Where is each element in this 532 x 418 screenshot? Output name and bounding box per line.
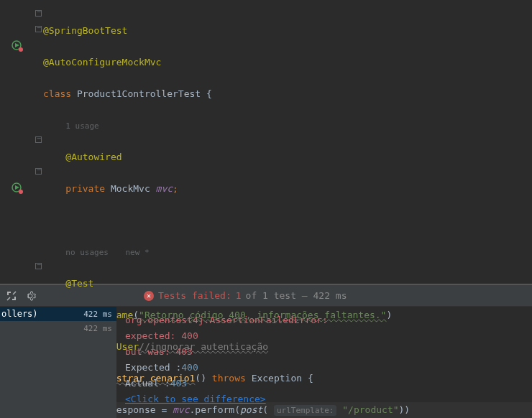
fail-icon: ✕ <box>144 291 154 301</box>
test-results-panel: ollers) 422 ms 422 ms org.opentest4j.Ass… <box>0 307 532 418</box>
tree-time: 422 ms <box>83 310 112 319</box>
annotation: @AutoConfigureMockMvc <box>43 57 161 68</box>
actual-label: Actual : <box>125 378 170 389</box>
inlay-hint: no usages <box>65 248 109 257</box>
inlay-hint: 1 usage <box>65 121 98 131</box>
error-expected-label: expected: <box>125 330 181 341</box>
tree-row[interactable]: 422 ms <box>0 321 116 335</box>
editor-gutter <box>0 0 43 284</box>
expected-label: Expected : <box>125 362 181 373</box>
class-name: Product1ControllerTest <box>77 88 201 99</box>
fold-marker[interactable] <box>35 168 42 175</box>
console-output[interactable]: org.opentest4j.AssertionFailedError: exp… <box>116 307 532 418</box>
fold-marker[interactable] <box>35 136 42 143</box>
run-test-method-icon[interactable] <box>12 182 22 192</box>
expand-icon[interactable] <box>6 290 17 302</box>
error-class: org.opentest4j.AssertionFailedError: <box>125 315 328 325</box>
run-test-class-icon[interactable] <box>12 40 22 50</box>
fold-marker[interactable] <box>35 10 42 17</box>
gear-icon[interactable] <box>24 290 36 302</box>
actual-value: 403 <box>170 378 187 389</box>
svg-marker-1 <box>15 43 19 47</box>
keyword: private <box>65 183 105 194</box>
annotation: @Autowired <box>65 152 121 162</box>
field: mvc <box>156 183 173 194</box>
tree-time: 422 ms <box>83 324 112 333</box>
error-expected-val: 400 <box>181 330 198 341</box>
type: MockMvc <box>111 183 150 194</box>
error-actual-val: 403 <box>175 346 192 357</box>
code-editor[interactable]: @SpringBootTest @AutoConfigureMockMvc cl… <box>0 0 532 284</box>
error-actual-label: but was: <box>125 346 175 357</box>
tree-row-selected[interactable]: ollers) 422 ms <box>0 307 116 321</box>
fail-count: 1 <box>236 290 242 301</box>
diff-link[interactable]: <Click to see difference> <box>125 394 266 404</box>
code-area[interactable]: @SpringBootTest @AutoConfigureMockMvc cl… <box>43 0 532 284</box>
fold-marker[interactable] <box>35 263 42 269</box>
fold-marker[interactable] <box>35 26 42 32</box>
annotation: @Test <box>65 278 93 289</box>
keyword: class <box>43 88 71 99</box>
tree-label: ollers) <box>1 309 38 319</box>
expected-value: 400 <box>181 362 198 373</box>
test-status: ✕ Tests failed: 1 of 1 test – 422 ms <box>144 290 347 301</box>
fail-label: Tests failed: <box>158 290 231 301</box>
inlay-hint: new * <box>125 248 149 257</box>
test-summary: of 1 test – 422 ms <box>246 290 347 301</box>
test-tree[interactable]: ollers) 422 ms 422 ms <box>0 307 116 418</box>
annotation: @SpringBootTest <box>43 25 127 36</box>
svg-marker-3 <box>15 185 19 190</box>
